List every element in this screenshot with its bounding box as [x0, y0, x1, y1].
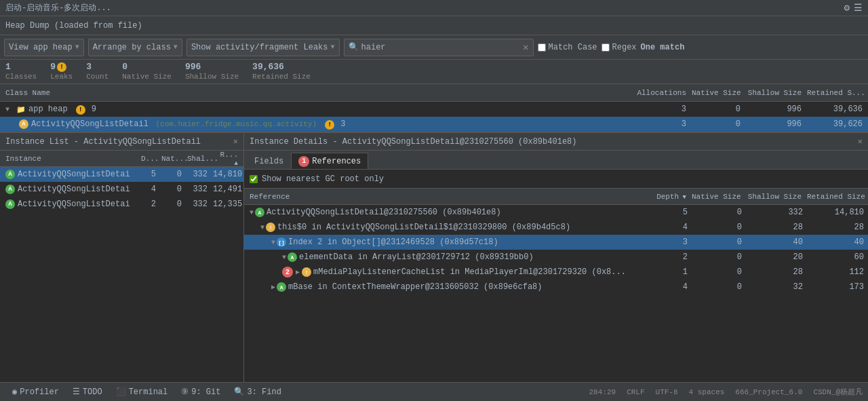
regex-label[interactable]: Regex	[601, 43, 637, 52]
native-size-label: Native Size	[122, 73, 172, 81]
match-case-checkbox[interactable]	[538, 43, 546, 52]
native-size-value: 0	[122, 62, 172, 73]
rrow2-shallow: 28	[743, 223, 804, 232]
shallow-size-label: Shallow Size	[185, 73, 239, 81]
arrange-by-label: Arrange by class	[93, 43, 171, 52]
tab-fields[interactable]: Fields	[247, 153, 291, 169]
gc-root-checkbox[interactable]	[250, 175, 258, 183]
stat-classes: 1 Classes	[5, 62, 37, 81]
status-tab-terminal[interactable]: ⬛ Terminal	[109, 383, 175, 402]
search-clear-icon[interactable]: ✕	[523, 41, 528, 53]
irow2-nat: 0	[159, 185, 184, 194]
status-crlf: CRLF	[627, 388, 644, 396]
row1-retained: 39,636	[804, 104, 865, 114]
rrow1-arrow[interactable]: ▼	[250, 209, 254, 216]
show-leaks-label: Show activity/fragment Leaks	[191, 43, 328, 52]
status-encoding: UTF-8	[656, 388, 678, 396]
rrow4-arrow[interactable]: ▼	[282, 254, 286, 261]
th-native-size: Native Size	[689, 89, 743, 97]
stat-shallow-size: 996 Shallow Size	[185, 62, 239, 81]
th-class-name: Class Name	[3, 89, 628, 97]
show-leaks-dropdown[interactable]: Show activity/fragment Leaks ▼	[186, 39, 340, 56]
heap-dump-label: Heap Dump (loaded from file)	[5, 21, 142, 31]
ith-native: Nat...	[159, 155, 184, 163]
rrow5-native: 0	[689, 267, 743, 277]
table-row[interactable]: A ActivityQQSongListDetail (com.haier.fr…	[0, 117, 868, 132]
irow1-nat: 0	[159, 170, 184, 179]
rrow5-play-icon[interactable]: ▶	[296, 268, 300, 276]
rrow5-ref: 2 ▶ ! mMediaPlayListenerCacheList in Med…	[247, 267, 648, 278]
row2-retained: 39,626	[804, 119, 865, 129]
show-leaks-arrow-icon: ▼	[331, 43, 335, 51]
rrow3-arrow[interactable]: ▼	[271, 239, 275, 246]
rrow6-arrow[interactable]: ▶	[271, 283, 275, 291]
rrow2-retained: 28	[804, 223, 865, 232]
ref-row[interactable]: ▼ A ActivityQQSongListDetail@2310275560 …	[244, 205, 868, 220]
instance-row[interactable]: A ActivityQQSongListDetai 5 0 332 14,810	[0, 167, 243, 182]
find-icon: 🔍	[234, 387, 244, 397]
ref-table[interactable]: Reference Depth Native Size Shallow Size…	[244, 189, 868, 395]
rrow3-retained: 40	[804, 237, 865, 247]
watermark-text: CSDN_@杨超凡	[813, 387, 863, 397]
tab-references[interactable]: 1 References	[291, 153, 368, 169]
title-bar: 启动-启动音乐-多次启动... ⚙ ☰	[0, 0, 868, 16]
irow3-name: ActivityQQSongListDetai	[18, 199, 130, 209]
rrow5-retained: 112	[804, 267, 865, 277]
terminal-icon: ⬛	[116, 387, 126, 397]
ref-row[interactable]: ▶ A mBase in ContextThemeWrapper@2313605…	[244, 280, 868, 294]
ith-retained[interactable]: R...	[210, 151, 241, 167]
detail-tabs: Fields 1 References	[244, 151, 868, 170]
one-match-text: One match	[641, 43, 685, 52]
find-label: 3: Find	[247, 387, 281, 397]
git-label: 9: Git	[191, 387, 220, 397]
rrow4-icon: A	[288, 252, 297, 262]
view-app-dropdown[interactable]: View app heap ▼	[4, 39, 84, 56]
row1-alloc: 3	[628, 104, 689, 114]
instance-list-title: Instance List - ActivityQQSongListDetail	[5, 137, 201, 147]
search-input[interactable]	[361, 43, 521, 52]
regex-checkbox[interactable]	[601, 43, 610, 52]
status-tab-git[interactable]: ⑨ 9: Git	[174, 383, 227, 402]
status-tab-profiler[interactable]: ◉ Profiler	[5, 383, 66, 402]
ref-row[interactable]: ▼ A elementData in ArrayList@2301729712 …	[244, 250, 868, 265]
row2-native: 0	[689, 119, 743, 129]
instance-details-panel: Instance Details - ActivityQQSongListDet…	[244, 133, 868, 395]
rth-depth[interactable]: Depth	[648, 193, 689, 201]
irow1-icon: A	[5, 170, 15, 179]
row1-warn-icon: !	[76, 105, 85, 115]
leaks-warn-icon: !	[57, 62, 66, 72]
ref-row[interactable]: ▼ [] Index 2 in Object[]@2312469528 (0x8…	[244, 235, 868, 250]
ref-row[interactable]: ▼ ! this$0 in ActivityQQSongListDetail$1…	[244, 220, 868, 235]
row1-text: app heap	[28, 104, 68, 114]
table-row[interactable]: ▼ 📁 app heap ! 9 3 0 996 39,636	[0, 102, 868, 117]
th-retained-size: Retained S...	[804, 89, 865, 97]
irow1-d: 5	[138, 170, 159, 179]
irow3-d: 2	[138, 199, 159, 209]
settings-icon[interactable]: ☰	[854, 2, 863, 14]
instance-row[interactable]: A ActivityQQSongListDetai 2 0 332 12,335	[0, 197, 243, 212]
status-tab-find[interactable]: 🔍 3: Find	[227, 383, 288, 402]
irow2-d: 4	[138, 185, 159, 194]
references-badge: 1	[298, 156, 309, 167]
git-icon: ⑨	[181, 387, 189, 397]
row1-shallow: 996	[743, 104, 804, 114]
gear-icon[interactable]: ⚙	[844, 2, 850, 14]
rrow4-shallow: 20	[743, 252, 804, 262]
rrow6-native: 0	[689, 282, 743, 292]
stats-row: 1 Classes 9 ! Leaks 3 Count 0 Native Siz…	[0, 60, 868, 84]
instance-list-close-icon[interactable]: ✕	[233, 136, 238, 147]
ref-row[interactable]: 2 ▶ ! mMediaPlayListenerCacheList in Med…	[244, 265, 868, 280]
rrow6-depth: 4	[648, 282, 689, 292]
row1-expand-icon[interactable]: ▼	[5, 106, 14, 113]
retained-size-label: Retained Size	[252, 73, 311, 81]
instance-list-header: Instance List - ActivityQQSongListDetail…	[0, 133, 243, 151]
rrow4-depth: 2	[648, 252, 689, 262]
rrow2-arrow[interactable]: ▼	[260, 224, 264, 231]
match-case-label[interactable]: Match Case	[538, 43, 597, 52]
arrange-by-dropdown[interactable]: Arrange by class ▼	[88, 39, 182, 56]
upper-table: Class Name Allocations Native Size Shall…	[0, 84, 868, 132]
status-tab-todo[interactable]: ☰ TODO	[66, 383, 109, 402]
irow2-instance: A ActivityQQSongListDetai	[3, 185, 138, 194]
details-close-icon[interactable]: ✕	[858, 136, 863, 147]
instance-row[interactable]: A ActivityQQSongListDetai 4 0 332 12,491	[0, 182, 243, 197]
